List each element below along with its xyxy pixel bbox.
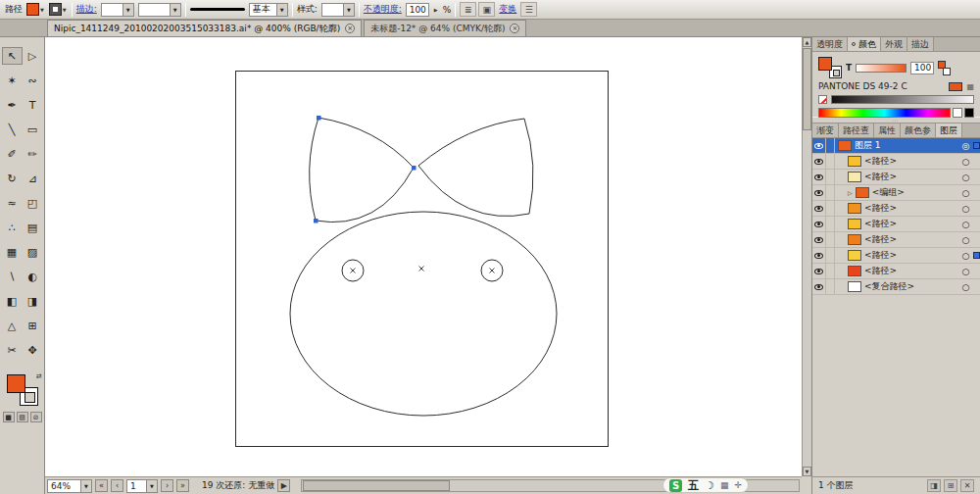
perspective-grid-tool[interactable]: △	[2, 317, 23, 334]
cat-head-path[interactable]	[290, 212, 557, 416]
rotate-tool[interactable]: ↻	[2, 170, 23, 187]
visibility-toggle[interactable]	[812, 185, 826, 200]
stroke-swatch-icon[interactable]	[49, 3, 62, 16]
layer-row[interactable]: <路径>○	[812, 248, 980, 264]
target-icon[interactable]: ○	[959, 232, 972, 247]
visibility-toggle[interactable]	[812, 217, 826, 231]
width-profile-dropdown[interactable]: ▼	[138, 3, 181, 17]
layer-row[interactable]: <路径>○	[812, 217, 980, 232]
swap-fill-stroke-icon[interactable]: ⇄	[36, 372, 42, 380]
visibility-toggle[interactable]	[812, 154, 826, 169]
anchor-point[interactable]	[412, 166, 416, 171]
lock-toggle[interactable]	[826, 248, 835, 263]
width-tool[interactable]: ≈	[2, 194, 23, 212]
fill-swatch-icon[interactable]	[26, 3, 39, 16]
page-number-field[interactable]: 1▼	[126, 479, 158, 493]
expand-arrow-icon[interactable]: ▷	[848, 189, 853, 196]
lock-toggle[interactable]	[826, 185, 835, 200]
layer-row[interactable]: <复合路径>○	[812, 279, 980, 295]
scroll-down-button[interactable]: ▼	[803, 467, 811, 476]
opacity-field[interactable]: 100	[406, 3, 429, 17]
layer-row[interactable]: <路径>○	[812, 264, 980, 279]
target-icon[interactable]: ○	[959, 217, 972, 231]
visibility-toggle[interactable]	[812, 264, 826, 278]
color-mode-button[interactable]: ■	[3, 412, 15, 422]
chevron-down-icon[interactable]: ▼	[80, 480, 91, 492]
doc-tab[interactable]: Nipic_1411249_20100202003515033183.ai* @…	[47, 20, 362, 36]
cat-left-ear-path[interactable]	[310, 118, 414, 222]
lasso-tool[interactable]: ∾	[23, 72, 43, 89]
spinner-icon[interactable]: ▶	[434, 7, 438, 13]
target-icon[interactable]: ○	[959, 201, 972, 216]
chevron-down-icon[interactable]: ▼	[146, 480, 157, 492]
live-paint-selection-tool[interactable]: ◨	[23, 292, 43, 310]
chevron-down-icon[interactable]: ▼	[343, 4, 354, 16]
keyboard-icon[interactable]: ▦	[720, 480, 729, 490]
fill-color-control[interactable]: ▼	[26, 3, 45, 16]
swatch-stack-icon[interactable]	[938, 61, 951, 75]
visibility-toggle[interactable]	[812, 279, 826, 294]
anchor-point[interactable]	[317, 116, 321, 121]
direct-selection-tool[interactable]: ▷	[23, 47, 43, 65]
transform-panel-link[interactable]: 变换	[499, 3, 516, 16]
tint-value-field[interactable]: 100	[910, 62, 934, 74]
panel-tab-stroke[interactable]: 描边	[907, 37, 934, 51]
panel-tab-gradient[interactable]: 渐变	[812, 124, 839, 137]
target-icon[interactable]: ○	[959, 170, 972, 184]
target-icon[interactable]: ○	[959, 279, 972, 294]
chevron-down-icon[interactable]: ▼	[122, 4, 133, 16]
horizontal-scroll-thumb[interactable]	[303, 480, 450, 491]
fill-stroke-widget[interactable]: ⇄	[7, 374, 38, 406]
line-segment-tool[interactable]: ╲	[2, 121, 23, 138]
pen-tool[interactable]: ✒	[2, 96, 23, 114]
live-paint-bucket-tool[interactable]: ◧	[2, 292, 23, 310]
canvas-area[interactable]	[45, 37, 802, 476]
spot-color-swatch[interactable]	[949, 82, 962, 91]
layer-row[interactable]: <路径>○	[812, 201, 980, 217]
lock-toggle[interactable]	[826, 279, 835, 294]
panel-fill-swatch[interactable]	[818, 57, 832, 71]
chevron-down-icon[interactable]: ▼	[170, 4, 180, 16]
white-swatch[interactable]	[953, 108, 962, 118]
tint-slider[interactable]	[856, 64, 906, 73]
make-mask-icon[interactable]: ◨	[927, 479, 941, 492]
panel-tab-color[interactable]: 颜色	[848, 37, 881, 51]
document-canvas-svg[interactable]	[45, 37, 802, 476]
panel-tab-pathfinder[interactable]: 路径查	[839, 124, 874, 137]
lock-toggle[interactable]	[826, 170, 835, 184]
rectangle-tool[interactable]: ▭	[23, 121, 43, 138]
target-icon[interactable]: ○	[959, 185, 972, 200]
artboard-tool[interactable]: ⊞	[23, 317, 43, 334]
document-setup-icon[interactable]: ▣	[478, 2, 495, 17]
visibility-toggle[interactable]	[812, 170, 826, 184]
none-swatch[interactable]	[818, 95, 827, 104]
preferences-icon[interactable]: ☰	[520, 2, 537, 17]
layer-row[interactable]: <路径>○	[812, 154, 980, 170]
pencil-tool[interactable]: ✏	[23, 145, 43, 163]
opacity-link[interactable]: 不透明度:	[364, 3, 402, 16]
gradient-tool[interactable]: ▨	[23, 243, 43, 261]
type-tool[interactable]: T	[23, 96, 43, 114]
swatch-grid-icon[interactable]: ▦	[966, 82, 974, 91]
eyedropper-tool[interactable]: ∖	[2, 268, 23, 285]
visibility-toggle[interactable]	[812, 138, 826, 153]
anchor-point[interactable]	[314, 219, 318, 223]
stroke-panel-link[interactable]: 描边:	[76, 3, 97, 16]
lock-toggle[interactable]	[826, 264, 835, 278]
symbol-sprayer-tool[interactable]: ∴	[2, 219, 23, 236]
panel-fill-stroke[interactable]	[818, 57, 842, 78]
lock-toggle[interactable]	[826, 154, 835, 169]
none-mode-button[interactable]: ⊘	[30, 412, 42, 422]
selection-tool[interactable]: ↖	[2, 47, 23, 65]
scale-tool[interactable]: ⊿	[23, 170, 43, 187]
free-transform-tool[interactable]: ◰	[23, 194, 43, 212]
panel-tab-color-guide[interactable]: 颜色参	[901, 124, 936, 137]
lock-toggle[interactable]	[826, 232, 835, 247]
delete-layer-icon[interactable]: ✕	[960, 479, 974, 492]
chevron-down-icon[interactable]: ▼	[63, 7, 67, 13]
select-similar-icon[interactable]: ≣	[460, 2, 476, 17]
first-page-button[interactable]: «	[95, 479, 108, 492]
scroll-up-button[interactable]: ▲	[803, 37, 811, 47]
brush-definition-dropdown[interactable]: 基本▼	[249, 3, 288, 17]
vertical-scroll-thumb[interactable]	[803, 48, 811, 130]
